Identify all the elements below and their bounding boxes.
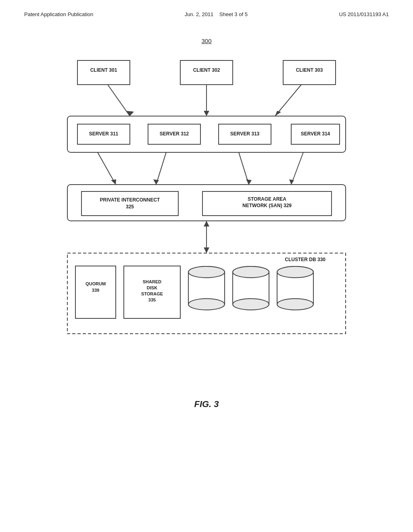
- quorum-num: 339: [92, 288, 99, 293]
- shared-label1: SHARED: [143, 279, 162, 284]
- quorum-label: QUORUM: [86, 281, 106, 286]
- svg-point-41: [277, 299, 313, 310]
- san-num: NETWORK (SAN) 329: [242, 203, 292, 208]
- san-label: STORAGE AREA: [248, 196, 286, 202]
- patent-header: Patent Application Publication Jun. 2, 2…: [0, 0, 413, 21]
- svg-marker-26: [204, 221, 209, 227]
- svg-marker-17: [153, 179, 159, 185]
- fig-caption: FIG. 3: [0, 399, 413, 409]
- svg-marker-4: [126, 111, 134, 116]
- svg-point-38: [233, 266, 269, 278]
- svg-marker-27: [204, 247, 209, 253]
- svg-marker-21: [289, 179, 294, 185]
- svg-point-37: [233, 299, 269, 310]
- svg-line-7: [275, 85, 301, 116]
- svg-line-16: [156, 152, 166, 185]
- svg-marker-19: [246, 179, 252, 185]
- header-left: Patent Application Publication: [24, 11, 93, 17]
- header-right: US 2011/0131193 A1: [339, 11, 389, 17]
- private-interconnect-label: PRIVATE INTERCONNECT: [100, 197, 161, 203]
- server-311-label: SERVER 311: [89, 131, 119, 137]
- private-interconnect-num: 325: [126, 204, 134, 210]
- shared-label2: DISK: [147, 285, 157, 290]
- svg-point-34: [188, 266, 225, 278]
- svg-line-14: [98, 152, 116, 185]
- svg-marker-15: [111, 179, 116, 185]
- shared-label3: STORAGE: [141, 291, 163, 296]
- server-313-label: SERVER 313: [230, 131, 260, 137]
- client-301-label: CLIENT 301: [90, 67, 117, 73]
- svg-rect-23: [81, 191, 178, 216]
- svg-point-33: [188, 299, 225, 310]
- server-312-label: SERVER 312: [160, 131, 189, 137]
- shared-num: 335: [148, 297, 156, 302]
- diagram-area: 300 CLIENT 301 CLIENT 302 CLIENT 303 SER…: [0, 37, 413, 409]
- header-center: Jun. 2, 2011 Sheet 3 of 5: [185, 11, 248, 17]
- svg-line-20: [291, 152, 303, 185]
- svg-marker-6: [204, 111, 209, 116]
- fig-label-300: 300: [0, 37, 413, 44]
- svg-point-42: [277, 266, 313, 278]
- server-314-label: SERVER 314: [301, 131, 330, 137]
- cluster-label: CLUSTER DB 330: [285, 257, 325, 262]
- diagram-svg: CLIENT 301 CLIENT 302 CLIENT 303 SERVER …: [45, 56, 368, 387]
- client-303-label: CLIENT 303: [296, 67, 323, 73]
- svg-marker-8: [275, 111, 281, 116]
- client-302-label: CLIENT 302: [193, 67, 220, 73]
